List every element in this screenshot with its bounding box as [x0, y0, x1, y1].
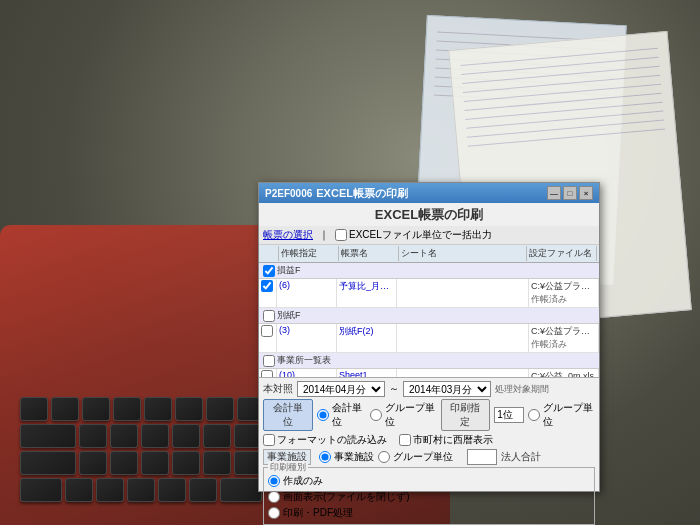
radio-jigyosho[interactable]: 事業施設 — [319, 450, 374, 464]
col-sheet: シート名 — [399, 246, 527, 261]
group-jigyosho-label: 事業所一覧表 — [277, 354, 331, 367]
row-name: 予算比_月報(月1) — [337, 279, 397, 307]
col-check — [261, 246, 279, 261]
toolbar-select-btn[interactable]: 帳票の選択 — [263, 228, 313, 242]
hojin-input[interactable] — [467, 449, 497, 465]
city-checkbox-label[interactable]: 市町村に西暦表示 — [399, 433, 493, 447]
date-range-row: 本対照 2014年04月分 ～ 2014年03月分 処理対象期間 — [263, 381, 595, 397]
close-btn[interactable]: × — [579, 186, 593, 200]
dialog-heading: EXCEL帳票の印刷 — [259, 203, 599, 226]
row-sheet — [397, 324, 529, 352]
row-check[interactable] — [259, 369, 277, 378]
dialog-titlebar: P2EF0006 EXCEL帳票の印刷 — □ × — [259, 183, 599, 203]
col-sakucho: 作帳指定 — [279, 246, 339, 261]
radio-group-label: グループ単位 — [385, 401, 437, 429]
year-to-select[interactable]: 2014年03月分 — [403, 381, 491, 397]
row-sheet — [397, 279, 529, 307]
accounting-row: 会計単位 会計単位 グループ単位 印刷指定 グループ単位 — [263, 399, 595, 431]
table-header: 作帳指定 帳票名 シート名 設定ファイル名 — [259, 245, 599, 263]
row-check[interactable] — [259, 324, 277, 352]
print-preview-row: 画面表示(ファイルを閉じず) — [268, 490, 590, 504]
group-besshi-check[interactable] — [263, 310, 275, 322]
bottom-section: 本対照 2014年04月分 ～ 2014年03月分 処理対象期間 会計単位 会計… — [259, 378, 599, 525]
radio-group2-label: グループ単位 — [543, 401, 595, 429]
row-sheet — [397, 369, 529, 378]
table-body[interactable]: 損益F (6) 予算比_月報(月1) C:¥公益プライベ...作帳済み 別紙F … — [259, 263, 599, 378]
group-soneki: 損益F — [259, 263, 599, 279]
radio-preview[interactable]: 画面表示(ファイルを閉じず) — [268, 490, 410, 504]
format-checkbox-label[interactable]: フォーマットの読み込み — [263, 433, 387, 447]
row-file: C:¥公益プライベ...作帳済み — [529, 324, 599, 352]
excel-print-dialog: P2EF0006 EXCEL帳票の印刷 — □ × EXCEL帳票の印刷 帳票の… — [258, 182, 600, 492]
titlebar-buttons: — □ × — [547, 186, 593, 200]
print-type-section: 印刷種別 作成のみ 画面表示(ファイルを閉じず) 印刷・PDF処理 — [263, 467, 595, 525]
radio-accounting[interactable]: 会計単位 — [317, 401, 366, 429]
city-checkbox[interactable] — [399, 434, 411, 446]
row-code: (6) — [277, 279, 337, 307]
radio-group3[interactable]: グループ単位 — [378, 450, 453, 464]
print-pdf-row: 印刷・PDF処理 — [268, 506, 590, 520]
table-row[interactable]: (10) Sheet1 C:¥公益..0m.xls作帳済み — [259, 369, 599, 378]
group-besshi-label: 別紙F — [277, 309, 301, 322]
row-check[interactable] — [259, 279, 277, 307]
row-file: C:¥公益..0m.xls作帳済み — [529, 369, 599, 378]
radio-preview-label: 画面表示(ファイルを閉じず) — [283, 490, 410, 504]
jigyosho-row: 事業施設 事業施設 グループ単位 法人合計 — [263, 449, 595, 465]
format-checkbox[interactable] — [263, 434, 275, 446]
radio-jigyosho-label: 事業施設 — [334, 450, 374, 464]
radio-print-only[interactable]: 作成のみ — [268, 474, 323, 488]
group-jigyosho-check[interactable] — [263, 355, 275, 367]
col-hyo: 帳票名 — [339, 246, 399, 261]
radio-pdf-label: 印刷・PDF処理 — [283, 506, 353, 520]
range-input[interactable] — [494, 407, 524, 423]
group-bessshi: 別紙F — [259, 308, 599, 324]
format-label: フォーマットの読み込み — [277, 433, 387, 447]
col-file: 設定ファイル名 — [527, 246, 597, 261]
minimize-btn[interactable]: — — [547, 186, 561, 200]
radio-group3-label: グループ単位 — [393, 450, 453, 464]
row-code: (10) — [277, 369, 337, 378]
excel-file-checkbox[interactable] — [335, 229, 347, 241]
accounting-btn[interactable]: 会計単位 — [263, 399, 313, 431]
year-from-select[interactable]: 2014年04月分 — [297, 381, 385, 397]
radio-group2[interactable]: グループ単位 — [528, 401, 595, 429]
dialog-toolbar: 帳票の選択 ｜ EXCELファイル単位でー括出力 — [259, 226, 599, 245]
row-code: (3) — [277, 324, 337, 352]
toolbar-sep: ｜ — [319, 228, 329, 242]
print-section-label: 印刷種別 — [268, 461, 308, 474]
print-btn[interactable]: 印刷指定 — [441, 399, 491, 431]
row-name: Sheet1 — [337, 369, 397, 378]
group-jigyosho: 事業所一覧表 — [259, 353, 599, 369]
tilde: ～ — [389, 382, 399, 396]
city-label: 市町村に西暦表示 — [413, 433, 493, 447]
period-label: 処理対象期間 — [495, 383, 549, 396]
row-name: 別紙F(2) — [337, 324, 397, 352]
hojin-label: 法人合計 — [501, 450, 541, 464]
dialog-title: EXCEL帳票の印刷 — [316, 186, 547, 201]
radio-print-only-label: 作成のみ — [283, 474, 323, 488]
radio-pdf[interactable]: 印刷・PDF処理 — [268, 506, 353, 520]
radio-accounting-label: 会計単位 — [332, 401, 366, 429]
excel-file-checkbox-label[interactable]: EXCELファイル単位でー括出力 — [335, 228, 492, 242]
group-soneki-check[interactable] — [263, 265, 275, 277]
table-row[interactable]: (6) 予算比_月報(月1) C:¥公益プライベ...作帳済み — [259, 279, 599, 308]
row-file: C:¥公益プライベ...作帳済み — [529, 279, 599, 307]
excel-file-label: EXCELファイル単位でー括出力 — [349, 228, 492, 242]
radio-group-accounting[interactable]: グループ単位 — [370, 401, 437, 429]
print-radio-row: 作成のみ — [268, 474, 590, 488]
range-label — [494, 407, 524, 423]
year-label: 本対照 — [263, 382, 293, 396]
table-row[interactable]: (3) 別紙F(2) C:¥公益プライベ...作帳済み — [259, 324, 599, 353]
format-row: フォーマットの読み込み 市町村に西暦表示 — [263, 433, 595, 447]
group-soneki-label: 損益F — [277, 264, 301, 277]
dialog-title-icon: P2EF0006 — [265, 188, 312, 199]
maximize-btn[interactable]: □ — [563, 186, 577, 200]
